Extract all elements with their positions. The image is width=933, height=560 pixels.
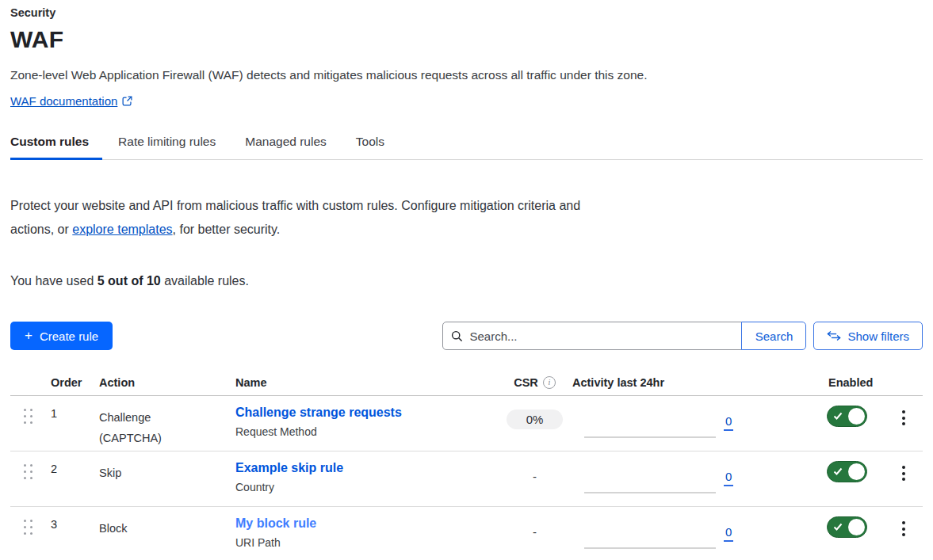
search-group: Search bbox=[442, 322, 806, 350]
csr-cell: - bbox=[497, 507, 572, 539]
show-filters-button[interactable]: Show filters bbox=[813, 322, 923, 350]
toggle-knob bbox=[848, 408, 865, 425]
rule-name-cell: My block rule URI Path bbox=[235, 507, 497, 549]
kebab-menu-icon[interactable] bbox=[896, 520, 912, 538]
activity-sparkline bbox=[584, 492, 716, 493]
check-icon bbox=[833, 467, 843, 476]
activity-count-link[interactable]: 0 bbox=[724, 470, 733, 486]
rule-name-link[interactable]: My block rule bbox=[235, 516, 497, 531]
header-name: Name bbox=[235, 376, 497, 389]
menu-cell bbox=[896, 507, 912, 538]
enabled-cell bbox=[816, 451, 884, 482]
toggle-knob bbox=[848, 463, 865, 480]
activity-sparkline bbox=[584, 547, 716, 549]
menu-cell bbox=[896, 396, 912, 427]
csr-badge: 0% bbox=[507, 410, 564, 429]
activity-count-link[interactable]: 0 bbox=[724, 525, 733, 542]
csr-value: - bbox=[533, 525, 537, 539]
kebab-menu-icon[interactable] bbox=[896, 464, 912, 482]
usage-count: 5 out of 10 bbox=[98, 274, 161, 288]
kebab-menu-icon[interactable] bbox=[896, 409, 912, 427]
rule-name-cell: Challenge strange requests Request Metho… bbox=[235, 396, 497, 438]
rule-order: 2 bbox=[45, 451, 99, 475]
header-enabled: Enabled bbox=[816, 376, 884, 389]
usage-after: available rules. bbox=[161, 274, 249, 288]
enabled-toggle[interactable] bbox=[827, 461, 867, 482]
intro-text-after: , for better security. bbox=[173, 223, 281, 236]
header-order: Order bbox=[45, 376, 99, 389]
enabled-toggle[interactable] bbox=[827, 406, 867, 427]
activity-count-link[interactable]: 0 bbox=[724, 414, 733, 431]
rule-name-cell: Example skip rule Country bbox=[235, 451, 497, 493]
activity-cell: 0 bbox=[572, 507, 816, 560]
external-link-icon bbox=[122, 96, 132, 106]
header-csr: CSR i bbox=[514, 376, 556, 389]
csr-cell: 0% bbox=[497, 396, 572, 429]
rule-order: 3 bbox=[45, 507, 99, 531]
rule-name-link[interactable]: Example skip rule bbox=[235, 461, 497, 475]
menu-cell bbox=[896, 451, 912, 482]
rules-toolbar: + Create rule Search Show filters bbox=[10, 322, 923, 350]
drag-handle-icon[interactable] bbox=[10, 451, 45, 480]
rule-criteria: Request Method bbox=[235, 425, 497, 438]
waf-page: Security WAF Zone-level Web Application … bbox=[0, 0, 933, 560]
table-row: 2 Skip Example skip rule Country - 0 bbox=[10, 451, 923, 507]
create-rule-label: Create rule bbox=[40, 330, 98, 343]
show-filters-label: Show filters bbox=[847, 330, 909, 343]
tab-managed-rules[interactable]: Managed rules bbox=[245, 135, 340, 159]
drag-handle-icon[interactable] bbox=[10, 396, 45, 425]
page-title: WAF bbox=[10, 26, 923, 53]
rule-action: Block bbox=[99, 507, 235, 539]
check-icon bbox=[833, 522, 843, 531]
waf-documentation-link-label: WAF documentation bbox=[10, 94, 117, 108]
csr-cell: - bbox=[497, 451, 572, 483]
activity-cell: 0 bbox=[572, 451, 816, 507]
activity-sparkline bbox=[584, 436, 716, 438]
breadcrumb: Security bbox=[10, 6, 923, 19]
enabled-cell bbox=[816, 507, 884, 538]
tab-tools[interactable]: Tools bbox=[356, 135, 398, 159]
header-activity: Activity last 24hr bbox=[572, 376, 816, 389]
tab-custom-rules[interactable]: Custom rules bbox=[10, 135, 102, 159]
toggle-knob bbox=[848, 519, 865, 535]
tab-bar: Custom rules Rate limiting rules Managed… bbox=[10, 135, 923, 160]
csr-value: - bbox=[533, 470, 537, 483]
page-description: Zone-level Web Application Firewall (WAF… bbox=[10, 68, 923, 82]
plus-icon: + bbox=[25, 328, 33, 344]
waf-documentation-link[interactable]: WAF documentation bbox=[10, 94, 132, 108]
explore-templates-link[interactable]: explore templates bbox=[72, 223, 172, 236]
rule-action: Skip bbox=[99, 451, 235, 483]
search-input[interactable] bbox=[469, 330, 733, 343]
table-header-row: Order Action Name CSR i Activity last 24… bbox=[10, 369, 923, 396]
activity-cell: 0 bbox=[572, 396, 816, 451]
usage-before: You have used bbox=[10, 274, 98, 288]
rule-action: Challenge(CAPTCHA) bbox=[99, 396, 235, 448]
search-icon bbox=[451, 330, 463, 342]
custom-rules-table: Order Action Name CSR i Activity last 24… bbox=[10, 369, 923, 560]
drag-handle-icon[interactable] bbox=[10, 507, 45, 535]
swap-arrows-icon bbox=[827, 330, 841, 341]
usage-summary: You have used 5 out of 10 available rule… bbox=[10, 274, 923, 288]
rule-name-link[interactable]: Challenge strange requests bbox=[235, 406, 497, 420]
rule-order: 1 bbox=[45, 396, 99, 420]
intro-text: Protect your website and API from malici… bbox=[10, 194, 601, 242]
rule-criteria: Country bbox=[235, 481, 497, 493]
enabled-cell bbox=[816, 396, 884, 427]
info-icon[interactable]: i bbox=[543, 376, 556, 389]
check-icon bbox=[833, 411, 843, 421]
table-row: 3 Block My block rule URI Path - 0 bbox=[10, 507, 923, 560]
tab-rate-limiting-rules[interactable]: Rate limiting rules bbox=[118, 135, 229, 159]
table-row: 1 Challenge(CAPTCHA) Challenge strange r… bbox=[10, 396, 923, 451]
search-box bbox=[442, 322, 742, 350]
search-button[interactable]: Search bbox=[741, 322, 806, 350]
rule-criteria: URI Path bbox=[235, 536, 497, 549]
create-rule-button[interactable]: + Create rule bbox=[10, 322, 113, 350]
header-action: Action bbox=[99, 376, 235, 389]
header-csr-label: CSR bbox=[514, 376, 538, 389]
enabled-toggle[interactable] bbox=[827, 516, 867, 538]
